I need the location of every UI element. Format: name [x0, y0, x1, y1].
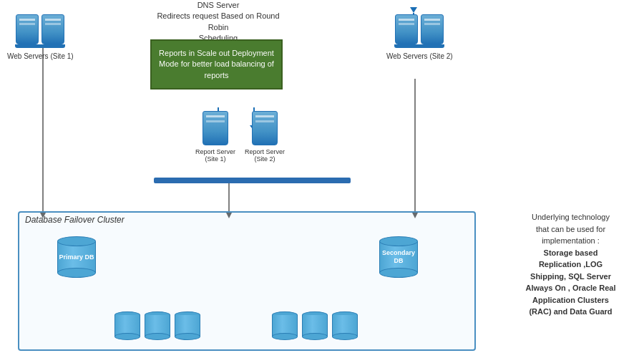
server-icon-3 [395, 14, 418, 44]
small-db-4 [272, 311, 298, 340]
right-panel-line4: Storage based [544, 248, 598, 257]
right-panel: Underlying technology that can be used f… [504, 211, 637, 318]
db-cluster-label: Database Failover Cluster [25, 215, 125, 225]
web-server-site1-icons [16, 14, 64, 44]
report-server-site2-label: Report Server (Site 2) [243, 148, 286, 163]
web-server-site2-icons [395, 14, 444, 44]
small-db-group-right [272, 311, 358, 340]
report-server-bar [154, 178, 351, 183]
db-top [57, 236, 96, 246]
secondary-db: Secondary DB [379, 236, 418, 281]
right-panel-line9: (RAC) and Data Guard [529, 307, 612, 316]
dns-label: DNS Server Redirects request Based on Ro… [154, 0, 283, 44]
green-box-text: Reports in Scale out Deployment Mode for… [159, 49, 274, 79]
web-server-site2-label: Web Servers (Site 2) [386, 52, 453, 60]
server-icon-1 [16, 14, 39, 44]
report-server-site1-icon [203, 111, 228, 145]
web-server-site1: Web Servers (Site 1) [7, 14, 74, 60]
right-panel-line1: Underlying technology [532, 213, 610, 221]
web-server-site2: Web Servers (Site 2) [386, 14, 453, 60]
right-panel-line8: Application Clusters [532, 296, 609, 304]
diagram-area: DNS Server Redirects request Based on Ro… [0, 0, 644, 358]
secondary-db-bottom [379, 268, 418, 278]
server-base-1 [15, 44, 65, 48]
report-server-site2: Report Server (Site 2) [243, 111, 286, 163]
green-box: Reports in Scale out Deployment Mode for… [150, 39, 283, 90]
small-db-5 [302, 311, 328, 340]
server-icon-2 [42, 14, 64, 44]
small-db-2 [145, 311, 170, 340]
report-server-site1: Report Server (Site 1) [194, 111, 237, 163]
small-db-3 [175, 311, 200, 340]
small-db-6 [332, 311, 358, 340]
report-server-site1-label: Report Server (Site 1) [194, 148, 237, 163]
right-panel-line5: Replication ,LOG [539, 260, 602, 268]
right-panel-line3: implementation : [542, 236, 600, 245]
db-bottom [57, 268, 96, 278]
dns-line1: DNS Server [197, 1, 240, 9]
right-panel-line2: that can be used for [536, 225, 605, 233]
svg-marker-11 [410, 7, 417, 13]
primary-db-label: Primary DB [59, 253, 94, 261]
right-panel-line7: Always On , Oracle Real [526, 284, 616, 292]
secondary-db-label: Secondary DB [381, 249, 416, 265]
small-db-group-left [114, 311, 200, 340]
secondary-db-top [379, 236, 418, 246]
web-server-site1-label: Web Servers (Site 1) [7, 52, 74, 60]
db-cluster-box [18, 211, 476, 351]
server-icon-4 [421, 14, 444, 44]
right-panel-line6: Shipping, SQL Server [530, 272, 611, 281]
dns-line2: Redirects request Based on Round Robin [157, 11, 279, 31]
small-db-1 [114, 311, 140, 340]
server-base-2 [394, 44, 444, 48]
report-server-site2-icon [252, 111, 278, 145]
primary-db: Primary DB [57, 236, 96, 281]
